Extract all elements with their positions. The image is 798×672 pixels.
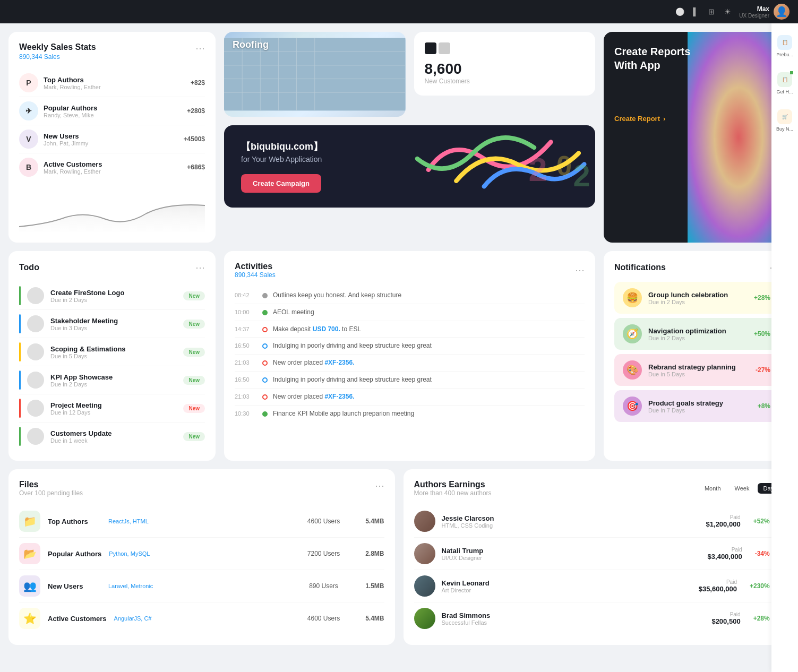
file-name: New Users [48, 582, 101, 590]
author-earnings: Paid $200,500 [711, 611, 740, 625]
todo-avatar [27, 428, 44, 445]
sales-item-info: New Users John, Pat, Jimmy [44, 132, 178, 147]
author-percent: -34% [755, 550, 770, 557]
weekly-sales-title: Weekly Sales Stats [19, 42, 96, 52]
author-name: Kevin Leonard [442, 579, 692, 587]
sales-menu-icon[interactable]: ⋯ [195, 42, 205, 54]
grid-icon[interactable]: ⊞ [706, 6, 717, 17]
avatar[interactable]: 👤 [774, 4, 790, 20]
activity-link[interactable]: #XF-2356. [324, 359, 354, 366]
todo-avatar [27, 315, 44, 332]
author-paid-label: Paid [708, 547, 742, 553]
files-menu-icon[interactable]: ⋯ [375, 480, 384, 497]
todo-bar [19, 342, 21, 361]
customers-label: New Customers [425, 77, 585, 85]
notification-info: Rebrand strategy planning Due in 5 Days [648, 363, 749, 377]
activity-item: 21:03 New order placed #XF-2356. [235, 355, 585, 372]
activities-title: Activities [235, 262, 276, 271]
customers-card: 8,600 New Customers [414, 32, 596, 96]
notification-item: 🧭 Navigation optimization Due in 2 Days … [614, 318, 779, 350]
center-column: Roofing 8,600 New Customers 【biqubiqu.co… [224, 32, 595, 243]
author-role: HTML, CSS Coding [442, 522, 700, 529]
todo-item: Customers Update Due in 1 week New [19, 423, 205, 450]
file-name: Active Customers [48, 615, 107, 623]
activities-menu-icon[interactable]: ⋯ [575, 264, 585, 276]
todo-menu-icon[interactable]: ⋯ [195, 262, 205, 273]
activity-item: 14:37 Make deposit USD 700. to ESL [235, 321, 585, 338]
user-role: UX Designer [739, 13, 769, 19]
todo-info: Stakeholder Meeting Due in 3 Days [50, 317, 177, 331]
file-tags: ReactJs, HTML [108, 518, 295, 524]
author-paid-amount: $35,600,000 [699, 585, 737, 593]
sales-item-sub: Mark, Rowling, Esther [44, 168, 182, 175]
file-name: Top Authors [48, 518, 101, 525]
author-paid-amount: $3,400,000 [708, 553, 742, 561]
todo-badge: New [183, 404, 205, 413]
campaign-card: 【biqubiqu.com】 for Your Web Application … [224, 125, 595, 208]
sales-icon: P [19, 73, 38, 92]
todo-info: Project Meeting Due in 12 Days [50, 401, 177, 416]
search-icon[interactable]: ⚪ [674, 6, 685, 17]
campaign-text: 【biqubiqu.com】 for Your Web Application … [241, 140, 323, 193]
todo-badge: New [183, 348, 205, 357]
file-users: 4600 Users [303, 518, 345, 525]
sales-item: B Active Customers Mark, Rowling, Esther… [19, 153, 205, 181]
reports-text: Create ReportsWith App Create Report › [604, 32, 790, 134]
notification-item: 🎯 Product goals strategy Due in 7 Days +… [614, 390, 779, 422]
activity-item: 16:50 Indulging in poorly driving and ke… [235, 372, 585, 389]
sales-header: Weekly Sales Stats 890,344 Sales ⋯ [19, 42, 205, 61]
sales-item-sub: Randy, Steve, Mike [44, 112, 182, 118]
author-percent: +52% [753, 518, 770, 525]
todo-name: KPI App Showcase [50, 373, 177, 381]
activity-text: Outlines keep you honest. And keep struc… [273, 291, 585, 300]
file-item: 📂 Popular Authors Python, MySQL 7200 Use… [19, 538, 384, 570]
bar-chart-icon[interactable]: ▌ [690, 6, 701, 17]
brightness-icon[interactable]: ☀ [722, 6, 733, 17]
authors-tabs: Month Week Day [699, 483, 779, 494]
files-header: Files Over 100 pending files ⋯ [19, 480, 384, 497]
create-report-link[interactable]: Create Report › [614, 115, 665, 123]
activity-dot [262, 377, 268, 383]
sales-item: ✈ Popular Authors Randy, Steve, Mike +28… [19, 97, 205, 125]
activity-dot [262, 394, 268, 400]
notification-due: Due in 2 Days [648, 299, 748, 305]
activity-dot [262, 293, 268, 298]
activity-time: 10:30 [235, 410, 257, 417]
authors-subtitle: More than 400 new authors [414, 489, 492, 497]
author-earnings: Paid $35,600,000 [699, 579, 737, 593]
file-name: Popular Authors [48, 550, 101, 558]
svg-text:2: 2 [573, 159, 590, 192]
sales-item-sub: Mark, Rowling, Esther [44, 84, 185, 90]
todo-due: Due in 5 Days [50, 353, 177, 359]
tab-month[interactable]: Month [699, 483, 726, 494]
notification-info: Navigation optimization Due in 2 Days [648, 327, 748, 341]
activity-dot [262, 327, 268, 332]
tab-week[interactable]: Week [730, 483, 755, 494]
activity-link[interactable]: USD 700. [313, 325, 340, 333]
svg-text:2: 2 [528, 151, 547, 188]
arrow-right-icon: › [663, 115, 665, 123]
todo-due: Due in 2 Days [50, 297, 177, 303]
activity-item: 21:03 New order placed #XF-2356. [235, 389, 585, 406]
file-item: 👥 New Users Laravel, Metronic 890 Users … [19, 570, 384, 602]
author-paid-label: Paid [711, 611, 740, 617]
activity-link[interactable]: #XF-2356. [324, 393, 354, 400]
todo-name: Customers Update [50, 429, 177, 437]
notification-item: 🎨 Rebrand strategy planning Due in 5 Day… [614, 354, 779, 386]
file-users: 890 Users [303, 582, 345, 590]
activity-text: Indulging in poorly driving and keep str… [273, 375, 585, 384]
file-item: ⭐ Active Customers AngularJS, C# 4600 Us… [19, 602, 384, 634]
activity-time: 16:50 [235, 376, 257, 383]
notification-due: Due in 5 Days [648, 371, 749, 377]
roofing-card: Roofing [224, 32, 406, 117]
activity-time: 16:50 [235, 342, 257, 349]
author-earnings: Paid $3,400,000 [708, 547, 742, 561]
notification-percent: -27% [756, 366, 770, 374]
topbar: ⚪ ▌ ⊞ ☀ Max UX Designer 👤 [0, 0, 798, 23]
file-tags: Python, MySQL [109, 550, 295, 557]
dark-square-icon [425, 42, 436, 54]
files-title: Files [19, 480, 83, 489]
create-campaign-button[interactable]: Create Campaign [241, 174, 321, 193]
notification-name: Group lunch celebration [648, 291, 748, 299]
file-users: 4600 Users [303, 615, 345, 622]
